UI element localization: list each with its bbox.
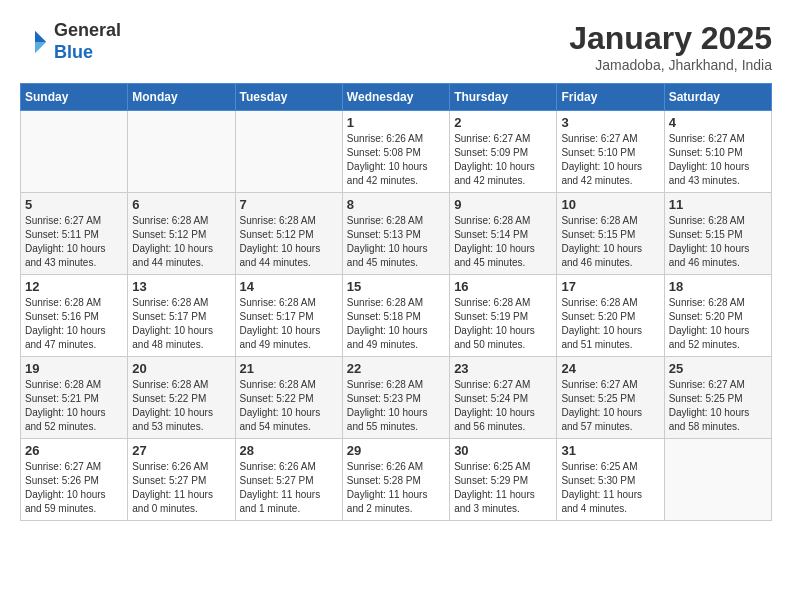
day-number: 6 (132, 197, 230, 212)
weekday-header-saturday: Saturday (664, 84, 771, 111)
day-info: Sunrise: 6:28 AM Sunset: 5:14 PM Dayligh… (454, 214, 552, 270)
day-info: Sunrise: 6:26 AM Sunset: 5:08 PM Dayligh… (347, 132, 445, 188)
day-info: Sunrise: 6:27 AM Sunset: 5:26 PM Dayligh… (25, 460, 123, 516)
logo: General Blue (20, 20, 121, 63)
day-info: Sunrise: 6:26 AM Sunset: 5:28 PM Dayligh… (347, 460, 445, 516)
calendar-cell: 22Sunrise: 6:28 AM Sunset: 5:23 PM Dayli… (342, 357, 449, 439)
calendar-cell: 31Sunrise: 6:25 AM Sunset: 5:30 PM Dayli… (557, 439, 664, 521)
day-info: Sunrise: 6:26 AM Sunset: 5:27 PM Dayligh… (132, 460, 230, 516)
day-info: Sunrise: 6:27 AM Sunset: 5:10 PM Dayligh… (561, 132, 659, 188)
day-info: Sunrise: 6:27 AM Sunset: 5:25 PM Dayligh… (669, 378, 767, 434)
day-info: Sunrise: 6:28 AM Sunset: 5:12 PM Dayligh… (240, 214, 338, 270)
calendar-cell: 20Sunrise: 6:28 AM Sunset: 5:22 PM Dayli… (128, 357, 235, 439)
calendar-cell: 12Sunrise: 6:28 AM Sunset: 5:16 PM Dayli… (21, 275, 128, 357)
day-number: 5 (25, 197, 123, 212)
calendar-cell: 13Sunrise: 6:28 AM Sunset: 5:17 PM Dayli… (128, 275, 235, 357)
day-info: Sunrise: 6:28 AM Sunset: 5:13 PM Dayligh… (347, 214, 445, 270)
day-info: Sunrise: 6:28 AM Sunset: 5:16 PM Dayligh… (25, 296, 123, 352)
day-number: 26 (25, 443, 123, 458)
day-info: Sunrise: 6:28 AM Sunset: 5:21 PM Dayligh… (25, 378, 123, 434)
day-info: Sunrise: 6:28 AM Sunset: 5:12 PM Dayligh… (132, 214, 230, 270)
calendar-cell: 28Sunrise: 6:26 AM Sunset: 5:27 PM Dayli… (235, 439, 342, 521)
calendar-cell: 15Sunrise: 6:28 AM Sunset: 5:18 PM Dayli… (342, 275, 449, 357)
weekday-header-sunday: Sunday (21, 84, 128, 111)
calendar-cell: 5Sunrise: 6:27 AM Sunset: 5:11 PM Daylig… (21, 193, 128, 275)
calendar-cell (664, 439, 771, 521)
day-info: Sunrise: 6:28 AM Sunset: 5:18 PM Dayligh… (347, 296, 445, 352)
day-number: 11 (669, 197, 767, 212)
calendar-cell: 19Sunrise: 6:28 AM Sunset: 5:21 PM Dayli… (21, 357, 128, 439)
logo-icon (20, 27, 50, 57)
calendar-cell: 6Sunrise: 6:28 AM Sunset: 5:12 PM Daylig… (128, 193, 235, 275)
calendar-cell: 27Sunrise: 6:26 AM Sunset: 5:27 PM Dayli… (128, 439, 235, 521)
week-row-3: 12Sunrise: 6:28 AM Sunset: 5:16 PM Dayli… (21, 275, 772, 357)
calendar-cell: 23Sunrise: 6:27 AM Sunset: 5:24 PM Dayli… (450, 357, 557, 439)
logo-blue: Blue (54, 42, 93, 62)
weekday-header-wednesday: Wednesday (342, 84, 449, 111)
day-number: 18 (669, 279, 767, 294)
day-info: Sunrise: 6:28 AM Sunset: 5:20 PM Dayligh… (669, 296, 767, 352)
day-number: 29 (347, 443, 445, 458)
calendar-cell: 9Sunrise: 6:28 AM Sunset: 5:14 PM Daylig… (450, 193, 557, 275)
calendar-cell: 29Sunrise: 6:26 AM Sunset: 5:28 PM Dayli… (342, 439, 449, 521)
day-info: Sunrise: 6:28 AM Sunset: 5:22 PM Dayligh… (132, 378, 230, 434)
day-number: 1 (347, 115, 445, 130)
weekday-header-tuesday: Tuesday (235, 84, 342, 111)
calendar-cell: 25Sunrise: 6:27 AM Sunset: 5:25 PM Dayli… (664, 357, 771, 439)
calendar-cell: 8Sunrise: 6:28 AM Sunset: 5:13 PM Daylig… (342, 193, 449, 275)
calendar-cell: 21Sunrise: 6:28 AM Sunset: 5:22 PM Dayli… (235, 357, 342, 439)
day-number: 13 (132, 279, 230, 294)
day-number: 3 (561, 115, 659, 130)
calendar-cell (128, 111, 235, 193)
day-number: 8 (347, 197, 445, 212)
day-number: 30 (454, 443, 552, 458)
day-info: Sunrise: 6:25 AM Sunset: 5:29 PM Dayligh… (454, 460, 552, 516)
day-info: Sunrise: 6:27 AM Sunset: 5:11 PM Dayligh… (25, 214, 123, 270)
day-number: 24 (561, 361, 659, 376)
weekday-header-row: SundayMondayTuesdayWednesdayThursdayFrid… (21, 84, 772, 111)
day-number: 17 (561, 279, 659, 294)
day-number: 16 (454, 279, 552, 294)
day-number: 19 (25, 361, 123, 376)
svg-marker-1 (35, 42, 46, 53)
calendar-cell: 11Sunrise: 6:28 AM Sunset: 5:15 PM Dayli… (664, 193, 771, 275)
title-block: January 2025 Jamadoba, Jharkhand, India (569, 20, 772, 73)
calendar-cell: 26Sunrise: 6:27 AM Sunset: 5:26 PM Dayli… (21, 439, 128, 521)
calendar-cell: 24Sunrise: 6:27 AM Sunset: 5:25 PM Dayli… (557, 357, 664, 439)
week-row-5: 26Sunrise: 6:27 AM Sunset: 5:26 PM Dayli… (21, 439, 772, 521)
day-number: 10 (561, 197, 659, 212)
calendar-cell: 2Sunrise: 6:27 AM Sunset: 5:09 PM Daylig… (450, 111, 557, 193)
day-info: Sunrise: 6:28 AM Sunset: 5:19 PM Dayligh… (454, 296, 552, 352)
week-row-4: 19Sunrise: 6:28 AM Sunset: 5:21 PM Dayli… (21, 357, 772, 439)
calendar-cell: 14Sunrise: 6:28 AM Sunset: 5:17 PM Dayli… (235, 275, 342, 357)
page-header: General Blue January 2025 Jamadoba, Jhar… (20, 20, 772, 73)
calendar-table: SundayMondayTuesdayWednesdayThursdayFrid… (20, 83, 772, 521)
calendar-cell: 18Sunrise: 6:28 AM Sunset: 5:20 PM Dayli… (664, 275, 771, 357)
calendar-cell: 30Sunrise: 6:25 AM Sunset: 5:29 PM Dayli… (450, 439, 557, 521)
calendar-cell (235, 111, 342, 193)
day-info: Sunrise: 6:28 AM Sunset: 5:20 PM Dayligh… (561, 296, 659, 352)
day-number: 28 (240, 443, 338, 458)
day-info: Sunrise: 6:27 AM Sunset: 5:25 PM Dayligh… (561, 378, 659, 434)
calendar-cell: 10Sunrise: 6:28 AM Sunset: 5:15 PM Dayli… (557, 193, 664, 275)
day-info: Sunrise: 6:28 AM Sunset: 5:17 PM Dayligh… (132, 296, 230, 352)
day-number: 9 (454, 197, 552, 212)
month-title: January 2025 (569, 20, 772, 57)
day-number: 20 (132, 361, 230, 376)
day-info: Sunrise: 6:27 AM Sunset: 5:09 PM Dayligh… (454, 132, 552, 188)
day-info: Sunrise: 6:26 AM Sunset: 5:27 PM Dayligh… (240, 460, 338, 516)
day-info: Sunrise: 6:27 AM Sunset: 5:24 PM Dayligh… (454, 378, 552, 434)
day-number: 23 (454, 361, 552, 376)
weekday-header-thursday: Thursday (450, 84, 557, 111)
day-number: 7 (240, 197, 338, 212)
location-subtitle: Jamadoba, Jharkhand, India (569, 57, 772, 73)
calendar-cell: 1Sunrise: 6:26 AM Sunset: 5:08 PM Daylig… (342, 111, 449, 193)
day-number: 4 (669, 115, 767, 130)
day-number: 25 (669, 361, 767, 376)
calendar-cell: 16Sunrise: 6:28 AM Sunset: 5:19 PM Dayli… (450, 275, 557, 357)
logo-general: General (54, 20, 121, 40)
day-number: 12 (25, 279, 123, 294)
day-info: Sunrise: 6:27 AM Sunset: 5:10 PM Dayligh… (669, 132, 767, 188)
logo-text: General Blue (54, 20, 121, 63)
day-number: 31 (561, 443, 659, 458)
